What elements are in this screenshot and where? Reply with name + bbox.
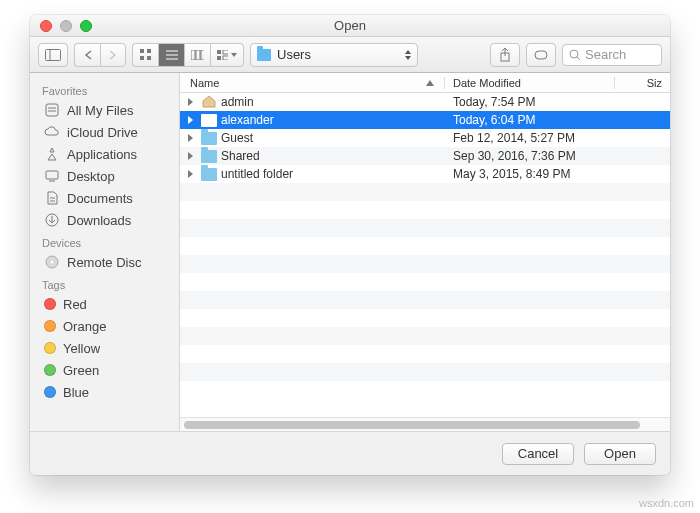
svg-rect-11 (201, 50, 204, 60)
table-row[interactable] (180, 273, 670, 291)
sidebar-item[interactable]: Desktop (30, 165, 179, 187)
table-row[interactable]: GuestFeb 12, 2014, 5:27 PM (180, 129, 670, 147)
sidebar-icon (45, 49, 61, 61)
back-button[interactable] (74, 43, 100, 67)
view-mode-segment (132, 43, 244, 67)
path-dropdown[interactable]: Users (250, 43, 418, 67)
search-icon (569, 49, 581, 61)
downloads-icon (44, 212, 60, 228)
sidebar-item-label: All My Files (67, 103, 133, 118)
column-date[interactable]: Date Modified (445, 77, 615, 89)
sidebar-heading: Devices (30, 231, 179, 251)
tag-icon (44, 320, 56, 332)
sidebar-item-label: Green (63, 363, 99, 378)
svg-rect-15 (223, 56, 228, 60)
search-field[interactable]: Search (562, 44, 662, 66)
sidebar-item[interactable]: Downloads (30, 209, 179, 231)
open-button[interactable]: Open (584, 443, 656, 465)
table-row[interactable]: adminToday, 7:54 PM (180, 93, 670, 111)
sidebar-item[interactable]: Orange (30, 315, 179, 337)
sidebar-item[interactable]: Documents (30, 187, 179, 209)
chevron-left-icon (84, 50, 92, 60)
share-button[interactable] (490, 43, 520, 67)
file-date: Today, 7:54 PM (445, 95, 615, 109)
tag-icon (44, 386, 56, 398)
titlebar: Open (30, 15, 670, 37)
tag-icon (534, 49, 548, 61)
nav-back-forward (74, 43, 126, 67)
disclosure-triangle-icon[interactable] (188, 170, 193, 178)
sidebar-item[interactable]: All My Files (30, 99, 179, 121)
list-view-button[interactable] (158, 43, 184, 67)
table-row[interactable]: untitled folderMay 3, 2015, 8:49 PM (180, 165, 670, 183)
sidebar-toggle-button[interactable] (38, 43, 68, 67)
folder-icon (201, 132, 217, 145)
file-name: Guest (221, 131, 253, 145)
forward-button[interactable] (100, 43, 126, 67)
tags-button[interactable] (526, 43, 556, 67)
dialog-footer: Cancel Open (30, 431, 670, 475)
icon-view-button[interactable] (132, 43, 158, 67)
folder-icon (201, 114, 217, 127)
column-name[interactable]: Name (180, 77, 445, 89)
sidebar-item[interactable]: iCloud Drive (30, 121, 179, 143)
allmyfiles-icon (44, 102, 60, 118)
table-row[interactable] (180, 183, 670, 201)
table-row[interactable] (180, 201, 670, 219)
sidebar-item[interactable]: Applications (30, 143, 179, 165)
traffic-lights (30, 20, 92, 32)
toolbar: Users Search (30, 37, 670, 73)
disclosure-triangle-icon[interactable] (188, 98, 193, 106)
file-name: Shared (221, 149, 260, 163)
sidebar-item[interactable]: Green (30, 359, 179, 381)
sidebar-item[interactable]: Blue (30, 381, 179, 403)
table-row[interactable] (180, 255, 670, 273)
disclosure-triangle-icon[interactable] (188, 116, 193, 124)
sidebar-item[interactable]: Yellow (30, 337, 179, 359)
sidebar-item-label: Applications (67, 147, 137, 162)
cancel-button[interactable]: Cancel (502, 443, 574, 465)
sidebar-item-label: Downloads (67, 213, 131, 228)
disclosure-triangle-icon[interactable] (188, 152, 193, 160)
disclosure-triangle-icon[interactable] (188, 134, 193, 142)
table-row[interactable] (180, 309, 670, 327)
minimize-icon (60, 20, 72, 32)
table-row[interactable] (180, 291, 670, 309)
svg-rect-4 (140, 56, 144, 60)
scrollbar-thumb[interactable] (184, 421, 640, 429)
table-row[interactable]: SharedSep 30, 2016, 7:36 PM (180, 147, 670, 165)
column-view-button[interactable] (184, 43, 210, 67)
svg-rect-13 (223, 50, 228, 54)
sidebar-item-label: Orange (63, 319, 106, 334)
folder-icon (201, 150, 217, 163)
folder-icon (201, 168, 217, 181)
tag-icon (44, 342, 56, 354)
svg-point-31 (51, 261, 54, 264)
svg-rect-0 (46, 49, 61, 60)
file-list-panel: Name Date Modified Siz adminToday, 7:54 … (180, 73, 670, 431)
svg-rect-10 (196, 50, 200, 60)
file-date: May 3, 2015, 8:49 PM (445, 167, 615, 181)
column-size[interactable]: Siz (615, 77, 670, 89)
share-icon (499, 48, 511, 62)
close-icon[interactable] (40, 20, 52, 32)
table-row[interactable] (180, 381, 670, 399)
table-row[interactable] (180, 345, 670, 363)
table-row[interactable]: alexanderToday, 6:04 PM (180, 111, 670, 129)
sidebar-heading: Favorites (30, 79, 179, 99)
sort-asc-icon (426, 80, 434, 86)
sidebar-item[interactable]: Remote Disc (30, 251, 179, 273)
sidebar-item-label: Red (63, 297, 87, 312)
documents-icon (44, 190, 60, 206)
sidebar-item[interactable]: Red (30, 293, 179, 315)
svg-rect-24 (46, 171, 58, 179)
table-row[interactable] (180, 237, 670, 255)
coverflow-view-button[interactable] (210, 43, 244, 67)
table-row[interactable] (180, 327, 670, 345)
table-row[interactable] (180, 219, 670, 237)
maximize-icon[interactable] (80, 20, 92, 32)
chevron-updown-icon (405, 50, 411, 60)
table-row[interactable] (180, 363, 670, 381)
horizontal-scrollbar[interactable] (180, 417, 670, 431)
file-list[interactable]: adminToday, 7:54 PMalexanderToday, 6:04 … (180, 93, 670, 417)
